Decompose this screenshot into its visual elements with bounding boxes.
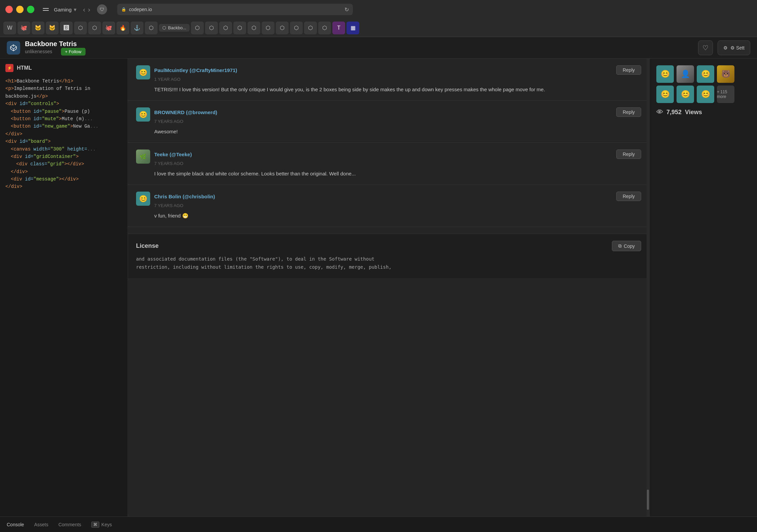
bookmark-hex-1[interactable]: ⬡ (74, 22, 87, 34)
comment-header-4: 😊 Chris Bolin (@chrisbolin) Reply 7 YEAR… (136, 192, 641, 208)
bookmark-hex-2[interactable]: ⬡ (88, 22, 101, 34)
keys-tab[interactable]: ⌘ Keys (91, 520, 112, 529)
avatar-4: 😊 (136, 192, 150, 206)
code-line: <div id="message"></div> (5, 175, 122, 183)
comment-username-2[interactable]: BROWNERD (@brownerd) (154, 109, 217, 115)
comment-time-4: 7 YEARS AGO (154, 203, 183, 208)
minimize-button[interactable] (16, 6, 24, 13)
nav-arrows: ‹ › (83, 6, 90, 13)
viewer-avatar-4: 🐻 (717, 65, 734, 83)
app-title: Backbone Tetris (25, 40, 86, 48)
maximize-button[interactable] (27, 6, 34, 13)
viewer-avatar-1: 😊 (656, 65, 674, 83)
follow-button[interactable]: + Follow (61, 48, 86, 56)
heart-button[interactable]: ♡ (698, 40, 713, 55)
comment-time-3: 7 YEARS AGO (154, 161, 183, 166)
comment-user-2: BROWNERD (@brownerd) Reply (154, 107, 641, 117)
url-bar[interactable]: 🔒 codepen.io ↻ (117, 4, 353, 15)
code-line: </div> (5, 130, 122, 138)
comment-body-1: TETRIS!!!! I love this version! But the … (154, 86, 641, 94)
code-line: <button id="new_game">New Ga... (5, 123, 122, 130)
viewer-avatar-6: 😊 (677, 86, 694, 103)
reply-button-2[interactable]: Reply (616, 107, 641, 117)
comment-body-2: Awesome! (154, 128, 641, 136)
codepen-logo-icon (10, 44, 17, 52)
bookmark-t[interactable]: T (332, 22, 345, 34)
bookmark-github-2[interactable]: 🐱 (32, 22, 44, 34)
views-label: Views (685, 109, 702, 116)
bookmark-backbone[interactable]: ⬡ Backbo... (159, 24, 190, 32)
bookmark-wikipedia[interactable]: W (3, 22, 16, 34)
code-line: </div> (5, 183, 122, 190)
comment-username-4[interactable]: Chris Bolin (@chrisbolin) (154, 194, 215, 199)
reply-button-4[interactable]: Reply (616, 192, 641, 201)
close-button[interactable] (5, 6, 13, 13)
settings-button[interactable]: ⚙ ⚙ Sett (718, 40, 750, 55)
bookmark-hex-5[interactable]: ⬡ (205, 22, 218, 34)
comment-username-1[interactable]: PaulMcuintley (@CraftyMiner1971) (154, 67, 237, 73)
viewer-avatar-3: 😊 (697, 65, 714, 83)
back-button[interactable]: ‹ (83, 6, 86, 13)
bookmark-hex-3[interactable]: ⬡ (145, 22, 158, 34)
copy-icon: ⧉ (618, 243, 622, 249)
html-icon: ⚡ (5, 64, 13, 72)
views-count: 👁 7,952 Views (656, 108, 750, 116)
viewer-more: + 115 more (717, 86, 734, 103)
forward-button[interactable]: › (88, 6, 90, 13)
bookmark-hex-6[interactable]: ⬡ (219, 22, 232, 34)
bookmark-anchor[interactable]: ⚓ (131, 22, 143, 34)
comment-user-1: PaulMcuintley (@CraftyMiner1971) Reply (154, 65, 641, 75)
bookmark-hex-7[interactable]: ⬡ (233, 22, 246, 34)
app-title-group: Backbone Tetris unlikenesses + Follow (25, 40, 86, 56)
bookmark-fire[interactable]: 🔥 (117, 22, 129, 34)
sidebar-toggle-button[interactable] (41, 5, 51, 14)
code-line: <div class="grid"></div> (5, 160, 122, 168)
scrollbar-thumb[interactable] (647, 490, 649, 510)
comment-user-4: Chris Bolin (@chrisbolin) Reply (154, 192, 641, 201)
traffic-lights (5, 6, 34, 13)
header-right: ♡ ⚙ ⚙ Sett (698, 40, 750, 55)
copy-button[interactable]: ⧉ Copy (612, 241, 641, 251)
reply-button-1[interactable]: Reply (616, 65, 641, 75)
comment-header-1: 😊 PaulMcuintley (@CraftyMiner1971) Reply… (136, 65, 641, 82)
tab-dropdown-icon[interactable]: ▾ (74, 6, 76, 13)
bookmark-hex-12[interactable]: ⬡ (304, 22, 317, 34)
bookmark-hex-8[interactable]: ⬡ (248, 22, 260, 34)
code-line: <h1>Backbone Tetris</h1> (5, 77, 122, 85)
comment-header-2: 😊 BROWNERD (@brownerd) Reply 7 YEARS AGO (136, 107, 641, 124)
reply-button-3[interactable]: Reply (616, 149, 641, 159)
comment-meta-3: Teeke (@Teeke) Reply 7 YEARS AGO (154, 149, 641, 166)
bookmark-hex-11[interactable]: ⬡ (290, 22, 303, 34)
license-title: License (136, 242, 159, 250)
bookmark-bootstrap[interactable]: 🅱 (60, 22, 73, 34)
comments-container: 😊 PaulMcuintley (@CraftyMiner1971) Reply… (128, 59, 649, 234)
privacy-icon: 🛡 (97, 4, 107, 14)
eye-icon: 👁 (656, 108, 663, 116)
comment-username-3[interactable]: Teeke (@Teeke) (154, 152, 192, 157)
settings-label: ⚙ Sett (730, 45, 745, 51)
comment-item-3: 🌿 Teeke (@Teeke) Reply 7 YEARS AGO I lov… (128, 143, 649, 185)
bookmark-grid[interactable]: ▦ (347, 22, 359, 34)
scrollbar-track[interactable] (647, 59, 649, 517)
bookmark-hex-10[interactable]: ⬡ (276, 22, 289, 34)
bookmark-hex-13[interactable]: ⬡ (318, 22, 331, 34)
refresh-button[interactable]: ↻ (344, 6, 349, 13)
code-line: </div> (5, 168, 122, 175)
license-line-2: restriction, including without limitatio… (136, 263, 641, 271)
assets-tab[interactable]: Assets (34, 521, 48, 529)
code-line: backbone.js</p> (5, 93, 122, 100)
license-text: and associated documentation files (the … (136, 255, 641, 271)
bookmark-hex-9[interactable]: ⬡ (262, 22, 274, 34)
viewer-avatar-7: 😊 (697, 86, 714, 103)
code-line: <button id="mute">Mute (m)... (5, 115, 122, 123)
lock-icon: 🔒 (121, 7, 126, 12)
app-author: unlikenesses (25, 49, 52, 54)
bookmark-hex-4[interactable]: ⬡ (191, 22, 204, 34)
bookmark-github-3[interactable]: 🐱 (46, 22, 59, 34)
comments-tab[interactable]: Comments (58, 521, 81, 529)
code-content: <h1>Backbone Tetris</h1> <p>Implementati… (5, 77, 122, 191)
titlebar: Gaming ▾ ‹ › 🛡 🔒 codepen.io ↻ (0, 0, 757, 19)
bookmark-github-1[interactable]: 🐙 (18, 22, 30, 34)
bookmark-github-4[interactable]: 🐙 (102, 22, 115, 34)
console-tab[interactable]: Console (7, 521, 24, 529)
